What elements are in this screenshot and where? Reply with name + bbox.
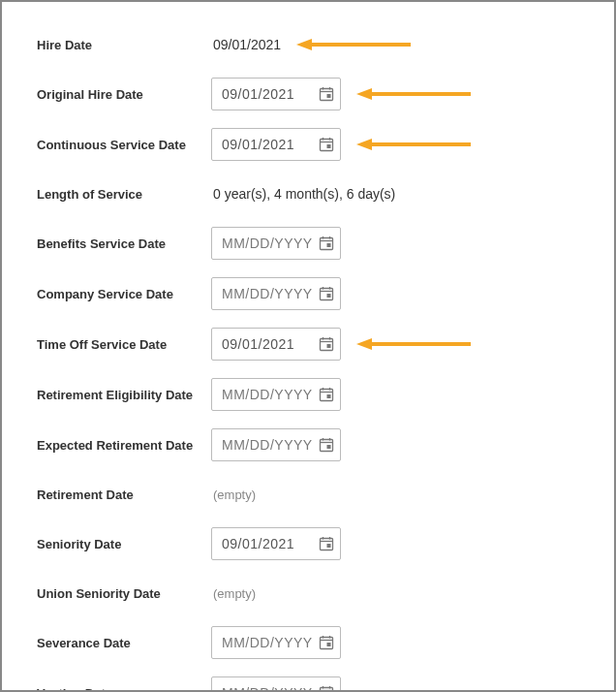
annotation-arrow: [356, 337, 473, 351]
retirement-date-value: (empty): [211, 488, 256, 502]
retirement-eligibility-date-label: Retirement Eligibility Date: [37, 388, 211, 402]
retirement-date-label: Retirement Date: [37, 488, 211, 502]
benefits-service-date-input[interactable]: MM/DD/YYYY: [211, 227, 341, 260]
expected-retirement-date-label: Expected Retirement Date: [37, 438, 211, 453]
original-hire-date-input[interactable]: 09/01/2021: [211, 78, 341, 110]
union-seniority-date-value: (empty): [211, 586, 256, 601]
hire-date-value: 09/01/2021: [211, 37, 281, 52]
company-service-date-label: Company Service Date: [37, 287, 211, 301]
severance-date-label: Severance Date: [37, 636, 211, 650]
calendar-icon[interactable]: [319, 685, 334, 692]
calendar-icon[interactable]: [319, 437, 334, 453]
company-service-date-input[interactable]: MM/DD/YYYY: [211, 277, 341, 310]
length-of-service-label: Length of Service: [37, 187, 211, 202]
union-seniority-date-label: Union Seniority Date: [37, 586, 211, 601]
calendar-icon[interactable]: [319, 336, 334, 352]
original-hire-date-label: Original Hire Date: [37, 87, 211, 102]
date-input-placeholder: MM/DD/YYYY: [222, 286, 319, 301]
annotation-arrow: [356, 138, 473, 151]
date-input-value: 09/01/2021: [222, 336, 319, 352]
calendar-icon[interactable]: [319, 137, 334, 152]
annotation-arrow: [356, 87, 473, 101]
calendar-icon[interactable]: [319, 286, 334, 301]
retirement-eligibility-date-input[interactable]: MM/DD/YYYY: [211, 378, 341, 411]
date-input-placeholder: MM/DD/YYYY: [222, 387, 319, 402]
hire-date-label: Hire Date: [37, 38, 211, 52]
calendar-icon[interactable]: [319, 387, 334, 402]
benefits-service-date-label: Benefits Service Date: [37, 236, 211, 251]
seniority-date-label: Seniority Date: [37, 537, 211, 551]
continuous-service-date-label: Continuous Service Date: [37, 138, 211, 152]
time-off-service-date-label: Time Off Service Date: [37, 337, 211, 352]
vesting-date-label: Vesting Date: [37, 686, 211, 693]
date-input-placeholder: MM/DD/YYYY: [222, 236, 319, 251]
date-input-placeholder: MM/DD/YYYY: [222, 685, 319, 692]
date-input-value: 09/01/2021: [222, 536, 319, 551]
time-off-service-date-input[interactable]: 09/01/2021: [211, 328, 341, 361]
calendar-icon[interactable]: [319, 536, 334, 551]
date-input-placeholder: MM/DD/YYYY: [222, 437, 319, 453]
calendar-icon[interactable]: [319, 635, 334, 650]
vesting-date-input[interactable]: MM/DD/YYYY: [211, 676, 341, 692]
date-input-placeholder: MM/DD/YYYY: [222, 635, 319, 650]
continuous-service-date-input[interactable]: 09/01/2021: [211, 128, 341, 161]
seniority-date-input[interactable]: 09/01/2021: [211, 527, 341, 560]
date-input-value: 09/01/2021: [222, 86, 319, 102]
severance-date-input[interactable]: MM/DD/YYYY: [211, 626, 341, 659]
annotation-arrow: [296, 38, 413, 51]
date-input-value: 09/01/2021: [222, 137, 319, 152]
calendar-icon[interactable]: [319, 236, 334, 251]
calendar-icon[interactable]: [319, 86, 334, 102]
length-of-service-value: 0 year(s), 4 month(s), 6 day(s): [211, 186, 395, 202]
expected-retirement-date-input[interactable]: MM/DD/YYYY: [211, 428, 341, 461]
